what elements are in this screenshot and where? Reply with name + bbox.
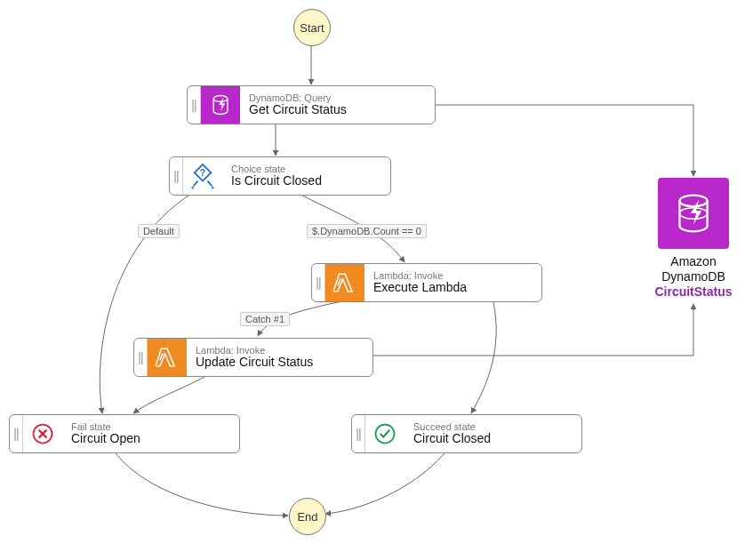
external-service-line2: DynamoDB <box>649 269 738 284</box>
drag-handle[interactable] <box>312 264 325 301</box>
state-execute-lambda[interactable]: Lambda: Invoke Execute Lambda <box>311 263 542 302</box>
choice-icon: ? <box>183 157 222 195</box>
external-service-line1: Amazon <box>649 254 738 269</box>
lambda-icon <box>325 264 364 301</box>
state-title: Circuit Open <box>71 432 140 445</box>
state-title: Is Circuit Closed <box>231 174 322 188</box>
state-title: Circuit Closed <box>413 432 491 445</box>
external-table-name: CircuitStatus <box>649 284 738 300</box>
dynamodb-icon <box>201 86 240 124</box>
state-title: Update Circuit Status <box>196 356 313 369</box>
drag-handle[interactable] <box>10 415 23 452</box>
fail-icon <box>23 415 62 452</box>
external-dynamodb-table[interactable]: Amazon DynamoDB CircuitStatus <box>649 178 738 299</box>
svg-point-5 <box>679 196 707 207</box>
end-terminal[interactable]: End <box>289 498 326 535</box>
state-is-circuit-closed[interactable]: ? Choice state Is Circuit Closed <box>169 156 391 196</box>
drag-handle[interactable] <box>134 339 148 376</box>
drag-handle[interactable] <box>188 86 201 124</box>
state-title: Execute Lambda <box>373 281 467 294</box>
start-label: Start <box>300 21 324 35</box>
state-update-circuit-status[interactable]: Lambda: Invoke Update Circuit Status <box>133 338 373 377</box>
drag-handle[interactable] <box>170 157 183 195</box>
dynamodb-service-icon <box>658 178 729 249</box>
state-title: Get Circuit Status <box>249 103 347 116</box>
drag-handle[interactable] <box>352 415 365 452</box>
edge-label-default: Default <box>138 224 180 238</box>
edge-label-count-zero: $.DynamoDB.Count == 0 <box>307 224 427 238</box>
svg-point-0 <box>213 96 228 102</box>
svg-text:?: ? <box>200 168 205 178</box>
state-circuit-closed[interactable]: Succeed state Circuit Closed <box>351 414 582 453</box>
lambda-icon <box>148 339 187 376</box>
state-circuit-open[interactable]: Fail state Circuit Open <box>9 414 240 453</box>
end-label: End <box>297 510 317 524</box>
state-get-circuit-status[interactable]: DynamoDB: Query Get Circuit Status <box>187 85 436 124</box>
succeed-icon <box>365 415 405 452</box>
edge-label-catch1: Catch #1 <box>240 312 290 326</box>
start-terminal[interactable]: Start <box>293 9 331 46</box>
